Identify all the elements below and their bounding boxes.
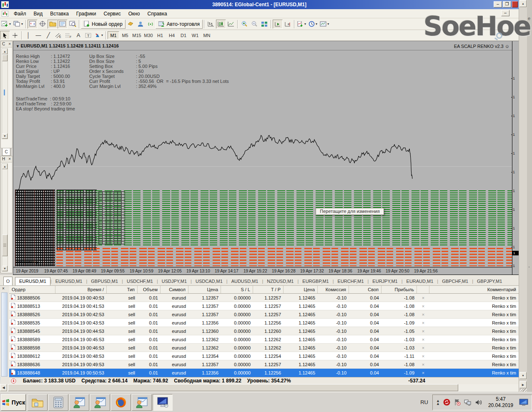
symbol-tab-audusd-m1[interactable]: AUDUSD,M1: [228, 277, 262, 285]
symbol-tab-eurusd-m1[interactable]: EURUSD,M1: [15, 277, 50, 285]
zoom-out-button[interactable]: [249, 20, 259, 29]
quote-header[interactable]: ▼ EURUSD,M1 1.12415 1.12428 1.12411 1.12…: [16, 43, 119, 48]
chart-minimize-button[interactable]: –: [501, 10, 509, 16]
close-order-icon[interactable]: ×: [417, 304, 429, 309]
close-order-icon[interactable]: ×: [417, 329, 429, 334]
symbol-tab-eurjpy-m1[interactable]: EURJPY,M1: [369, 277, 401, 285]
order-row-183888648[interactable]: 1838886482019.04.19 00:50:53sell0.01euru…: [9, 369, 519, 377]
auto-scroll-button[interactable]: [273, 20, 283, 29]
taskbar-item-mt4-1[interactable]: [69, 394, 89, 411]
scroll-right-arrow[interactable]: ▶: [519, 381, 527, 388]
market-watch-button[interactable]: [28, 20, 38, 29]
symbol-tab-eurchf-m1[interactable]: EURCHF,M1: [334, 277, 368, 285]
dock-panel2-scrollbar[interactable]: ▲ ▼: [2, 163, 8, 272]
column-header-tp[interactable]: T / P: [253, 286, 284, 293]
autotrading-button[interactable]: Авто-торговля: [156, 20, 203, 29]
text-button[interactable]: A: [73, 31, 83, 40]
cursor-button[interactable]: [0, 31, 10, 40]
menu-item-1[interactable]: Файл: [10, 10, 30, 17]
scroll-left-arrow[interactable]: ◀: [0, 384, 7, 391]
dock-panel1-close-icon[interactable]: ×: [8, 42, 11, 47]
new-chart-button[interactable]: ▾: [0, 20, 12, 29]
timeframe-h1[interactable]: H1: [154, 31, 166, 39]
symbol-tab-gbpchf-m1[interactable]: GBPCHF,M1: [438, 277, 472, 285]
mql5-button[interactable]: [125, 20, 136, 29]
symbol-tab-eurgbp-m1[interactable]: EURGBP,M1: [299, 277, 332, 285]
signals-button[interactable]: [146, 20, 156, 29]
text-label-button[interactable]: T: [83, 31, 93, 40]
column-header-profit[interactable]: Прибыль: [381, 286, 417, 293]
dock-panel2-close-icon[interactable]: ×: [8, 157, 11, 162]
order-row-183888612[interactable]: 1838886122019.04.19 00:48:53sell0.01euru…: [9, 352, 519, 360]
timeframe-m1[interactable]: M1: [108, 31, 119, 39]
fibonacci-button[interactable]: F: [63, 31, 73, 40]
templates-button[interactable]: ▾: [319, 20, 330, 29]
menu-item-4[interactable]: Графики: [73, 10, 100, 17]
chart-shift-button[interactable]: [283, 20, 293, 29]
column-header-close-price[interactable]: Цена: [284, 286, 318, 293]
arrow-objects-button[interactable]: ▾: [93, 31, 104, 40]
minimize-button[interactable]: –: [494, 1, 502, 7]
chart-window[interactable]: #183888562 tp ▼ EURUSD,M1 1.12415 1.1242…: [13, 41, 519, 275]
close-order-icon[interactable]: ×: [417, 320, 429, 325]
order-row-183888513[interactable]: 1838885132019.04.19 00:41:53sell0.01euru…: [9, 302, 519, 310]
timeframe-d1[interactable]: D1: [178, 31, 189, 39]
menu-item-2[interactable]: Вид: [30, 10, 47, 17]
horizontal-scrollbar[interactable]: ◀: [0, 384, 519, 392]
order-row-183888506[interactable]: 1838885062019.04.19 00:40:53sell0.01euru…: [9, 294, 519, 302]
symbol-tab-usdjpy-m1[interactable]: USDJPY,M1: [158, 277, 191, 285]
taskbar-item-mt4-2[interactable]: [90, 394, 110, 411]
crosshair-button[interactable]: [10, 31, 20, 40]
close-order-icon[interactable]: ×: [417, 295, 429, 300]
viewer-vertical-scrollbar[interactable]: ▲ ▼ ▶: [519, 0, 527, 392]
column-header-commission[interactable]: Комиссия: [318, 286, 349, 293]
indicators-button[interactable]: ▾: [296, 20, 307, 29]
restore-button[interactable]: ❐: [503, 1, 511, 7]
show-desktop-icon[interactable]: [519, 399, 528, 406]
scroll-down-arrow[interactable]: ▼: [519, 372, 527, 379]
taskbar-item-calculator[interactable]: [48, 394, 68, 411]
symbol-tab-euraud-m1[interactable]: EURAUD,M1: [403, 277, 437, 285]
timeframe-h4[interactable]: H4: [166, 31, 178, 39]
language-indicator[interactable]: RU: [416, 399, 432, 405]
profiles-button[interactable]: ▾: [12, 20, 24, 29]
horizontal-line-button[interactable]: —: [33, 31, 43, 40]
order-row-183888589[interactable]: 1838885892019.04.19 00:45:53sell0.01euru…: [9, 335, 519, 344]
navigator-button[interactable]: [48, 20, 58, 29]
timeframe-mn[interactable]: MN: [201, 31, 213, 39]
column-header-swap[interactable]: Своп: [349, 286, 381, 293]
column-header-time[interactable]: Время /: [55, 286, 107, 293]
menu-item-6[interactable]: Окно: [125, 10, 144, 17]
dock-panel1-scrollbar[interactable]: ▲ ▼: [2, 48, 8, 139]
order-row-183888636[interactable]: 1838886362019.04.19 00:49:53sell0.01euru…: [9, 360, 519, 369]
trendline-button[interactable]: ╱: [43, 31, 53, 40]
timeframe-m5[interactable]: M5: [119, 31, 131, 39]
periods-button[interactable]: ▾: [307, 20, 319, 29]
tray-clock[interactable]: 5:47 20.04.2019: [486, 396, 516, 409]
menu-item-5[interactable]: Сервис: [100, 10, 125, 17]
order-row-183888545[interactable]: 1838885452019.04.19 00:44:53sell0.01euru…: [9, 327, 519, 335]
close-order-icon[interactable]: ×: [417, 370, 429, 375]
symbol-tab-usdchf-m1[interactable]: USDCHF,M1: [123, 277, 157, 285]
orders-table-header[interactable]: ОрдерВремя /ТипОбъемСимволЦенаS / LT / P…: [9, 286, 519, 294]
taskbar-item-explorer[interactable]: [28, 394, 48, 411]
symbol-tab-eurusd-m1[interactable]: EURUSD,M1: [52, 277, 86, 285]
new-order-button[interactable]: Новый ордер: [81, 20, 125, 29]
close-order-icon[interactable]: ×: [417, 354, 429, 359]
strategy-tester-button[interactable]: [68, 20, 78, 29]
tile-windows-button[interactable]: [259, 20, 269, 29]
crosshair-window-button[interactable]: [38, 20, 48, 29]
column-header-sl[interactable]: S / L: [221, 286, 253, 293]
timeframe-m30[interactable]: M30: [143, 31, 154, 39]
column-header-close[interactable]: Комментарий: [429, 286, 519, 293]
column-header-volume[interactable]: Объем: [138, 286, 161, 293]
dock-panel2-tab[interactable]: O: [3, 277, 13, 285]
start-button[interactable]: Пуск: [1, 394, 26, 411]
symbol-tab-nzdusd-m1[interactable]: NZDUSD,M1: [263, 277, 297, 285]
vertical-line-button[interactable]: │: [23, 31, 33, 40]
order-row-183888535[interactable]: 1838885352019.04.19 00:43:53sell0.01euru…: [9, 319, 519, 327]
network-tray-icon[interactable]: [464, 399, 472, 406]
taskbar-item-remote-desktop[interactable]: [153, 394, 173, 411]
timeframe-w1[interactable]: W1: [189, 31, 201, 39]
column-header-price[interactable]: Цена: [188, 286, 221, 293]
